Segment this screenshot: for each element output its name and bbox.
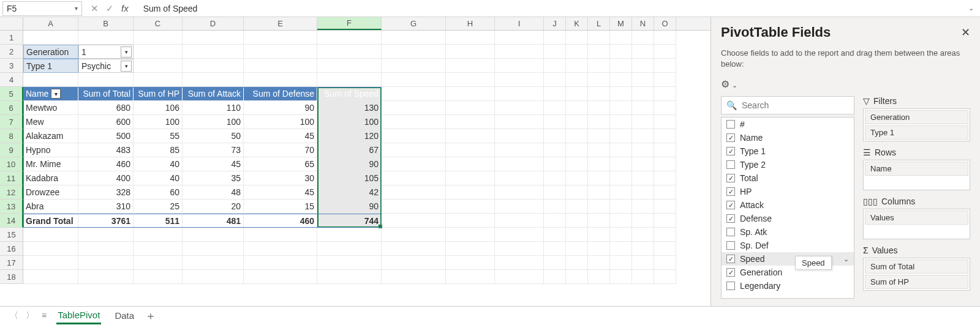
field-checkbox[interactable]: ✓ (726, 133, 735, 142)
values-area[interactable]: ΣValues Sum of TotalSum of HP (863, 245, 970, 291)
cell[interactable] (544, 143, 566, 157)
cell[interactable] (183, 270, 244, 284)
cell[interactable] (654, 31, 676, 45)
cell[interactable]: Mewtwo (23, 101, 78, 115)
field-item[interactable]: Type 2 (722, 158, 854, 171)
cell[interactable] (495, 214, 544, 228)
cell[interactable]: 100 (183, 115, 244, 129)
cell[interactable] (495, 59, 544, 73)
cell[interactable] (244, 31, 317, 45)
cell[interactable] (654, 129, 676, 143)
field-checkbox[interactable]: ✓ (726, 147, 735, 155)
cell[interactable] (446, 256, 495, 270)
field-checkbox[interactable]: ✓ (726, 174, 735, 182)
cell[interactable] (610, 200, 632, 214)
cell[interactable]: 600 (78, 115, 134, 129)
cell[interactable] (446, 200, 495, 214)
cell[interactable] (566, 143, 588, 157)
row-header[interactable]: 17 (0, 256, 23, 270)
cell[interactable] (632, 214, 654, 228)
cell[interactable] (495, 73, 544, 87)
cell[interactable] (544, 115, 566, 129)
cell[interactable] (495, 31, 544, 45)
cell[interactable] (566, 185, 588, 200)
cell[interactable] (566, 171, 588, 185)
area-item[interactable]: Sum of Total (865, 260, 968, 274)
cell[interactable] (632, 256, 654, 270)
cell[interactable] (446, 171, 495, 185)
field-checkbox[interactable]: ✓ (726, 255, 735, 263)
cell[interactable] (654, 115, 676, 129)
column-header[interactable]: F (317, 17, 382, 30)
gear-dropdown-icon[interactable]: ⌄ (732, 81, 737, 89)
cell[interactable] (588, 143, 610, 157)
cell[interactable]: 328 (78, 185, 134, 200)
cell[interactable] (632, 59, 654, 73)
cell[interactable] (632, 200, 654, 214)
cell[interactable] (632, 31, 654, 45)
pivot-header-cell[interactable]: Sum of HP (134, 87, 183, 101)
cell[interactable]: 680 (78, 101, 134, 115)
cell[interactable] (632, 157, 654, 171)
cell[interactable] (317, 256, 382, 270)
field-item[interactable]: Sp. Def (722, 239, 854, 252)
cell[interactable] (566, 214, 588, 228)
cell[interactable] (134, 73, 183, 87)
cell[interactable] (544, 228, 566, 242)
cell[interactable] (610, 242, 632, 256)
column-header[interactable]: H (446, 17, 495, 30)
cell[interactable]: 460 (244, 214, 317, 228)
field-item[interactable]: Legendary (722, 279, 854, 293)
column-header[interactable]: I (495, 17, 544, 30)
row-header[interactable]: 15 (0, 228, 23, 242)
area-item[interactable]: Sum of HP (865, 275, 968, 289)
cell[interactable]: 130 (317, 101, 382, 115)
cell[interactable] (495, 256, 544, 270)
field-checkbox[interactable] (726, 228, 735, 236)
cell[interactable] (654, 214, 676, 228)
cell[interactable]: 400 (78, 171, 134, 185)
cell[interactable] (566, 200, 588, 214)
row-header[interactable]: 14 (0, 214, 23, 228)
column-header[interactable]: L (588, 17, 610, 30)
cell[interactable] (654, 143, 676, 157)
row-header[interactable]: 2 (0, 45, 23, 59)
cell[interactable] (588, 45, 610, 59)
cell[interactable] (78, 31, 134, 45)
cell[interactable]: 106 (134, 101, 183, 115)
sheet-tab[interactable]: Data (113, 308, 135, 323)
cell[interactable] (632, 242, 654, 256)
cell[interactable] (382, 228, 446, 242)
cell[interactable]: 48 (183, 185, 244, 200)
cell[interactable]: Mr. Mime (23, 157, 78, 171)
cell[interactable] (446, 185, 495, 200)
cell[interactable]: 45 (244, 185, 317, 200)
filter-value-cell[interactable]: 1▾ (78, 45, 134, 59)
cell[interactable] (134, 270, 183, 284)
cell[interactable] (78, 256, 134, 270)
cell[interactable] (544, 59, 566, 73)
fx-icon[interactable]: fx (121, 3, 134, 13)
cell[interactable] (382, 242, 446, 256)
cell[interactable]: Drowzee (23, 185, 78, 200)
cell[interactable] (610, 270, 632, 284)
cell[interactable] (610, 31, 632, 45)
pivot-header-cell[interactable]: Name▾ (23, 87, 78, 101)
cell[interactable] (495, 101, 544, 115)
column-header[interactable]: E (244, 17, 317, 30)
cell[interactable] (544, 270, 566, 284)
cell[interactable] (317, 270, 382, 284)
cell[interactable]: 70 (244, 143, 317, 157)
cell[interactable] (588, 200, 610, 214)
cell[interactable] (588, 242, 610, 256)
cell[interactable]: Alakazam (23, 129, 78, 143)
row-header[interactable]: 1 (0, 31, 23, 45)
cell[interactable] (632, 171, 654, 185)
sheet-nav-prev-icon[interactable]: 〈 (10, 310, 18, 321)
cell[interactable] (382, 115, 446, 129)
cell[interactable] (566, 87, 588, 101)
cell[interactable] (244, 228, 317, 242)
cell[interactable] (654, 242, 676, 256)
row-header[interactable]: 11 (0, 171, 23, 185)
cell[interactable] (566, 270, 588, 284)
